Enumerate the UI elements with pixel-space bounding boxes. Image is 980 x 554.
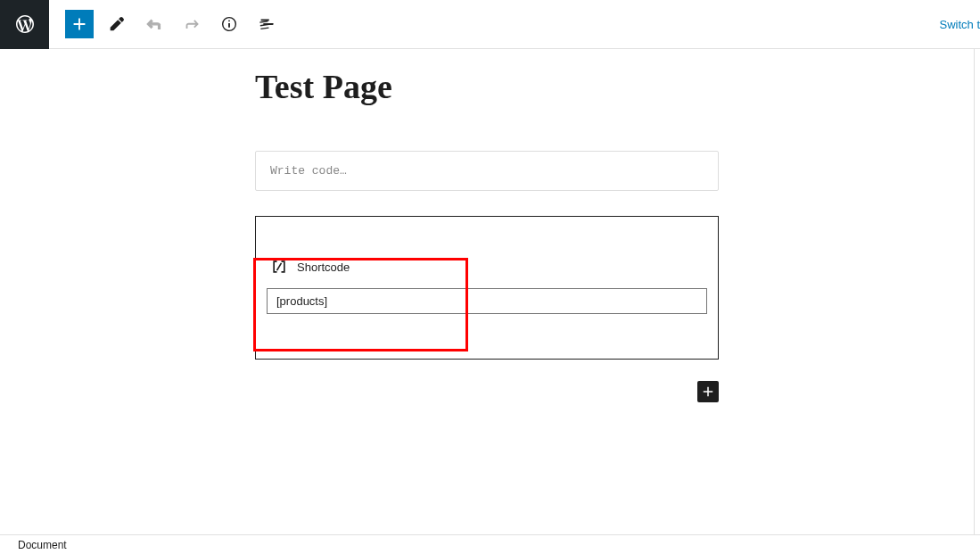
toolbar-button-group bbox=[65, 10, 281, 38]
list-icon bbox=[257, 14, 276, 34]
plus-icon bbox=[70, 14, 89, 34]
pencil-icon bbox=[107, 14, 127, 34]
info-button[interactable] bbox=[215, 10, 243, 38]
svg-rect-4 bbox=[263, 23, 273, 25]
code-block[interactable]: Write code… bbox=[255, 151, 719, 191]
undo-icon bbox=[144, 14, 164, 34]
undo-button bbox=[140, 10, 169, 38]
top-toolbar: Switch t bbox=[0, 0, 980, 49]
content-column: Test Page Write code… Shortcode bbox=[255, 67, 719, 402]
outline-button[interactable] bbox=[252, 10, 281, 38]
shortcode-icon bbox=[270, 258, 288, 276]
plus-icon bbox=[700, 384, 716, 400]
page-title[interactable]: Test Page bbox=[255, 67, 719, 106]
redo-icon bbox=[182, 14, 202, 34]
add-block-button[interactable] bbox=[65, 10, 94, 38]
shortcode-input[interactable] bbox=[267, 288, 707, 314]
svg-rect-3 bbox=[261, 20, 269, 21]
wordpress-logo[interactable] bbox=[0, 0, 49, 49]
breadcrumb-document: Document bbox=[18, 539, 67, 551]
wordpress-icon bbox=[14, 13, 36, 35]
switch-link[interactable]: Switch t bbox=[939, 18, 980, 31]
shortcode-label: Shortcode bbox=[297, 260, 350, 274]
footer-breadcrumb[interactable]: Document bbox=[0, 534, 980, 554]
block-inserter-button[interactable] bbox=[697, 381, 719, 402]
shortcode-header: Shortcode bbox=[267, 258, 707, 276]
edit-mode-button[interactable] bbox=[103, 10, 131, 38]
editor-area: Test Page Write code… Shortcode bbox=[0, 49, 974, 402]
info-icon bbox=[219, 14, 239, 34]
svg-line-6 bbox=[277, 263, 282, 270]
svg-point-2 bbox=[228, 20, 230, 21]
shortcode-block[interactable]: Shortcode bbox=[255, 216, 719, 360]
editor-canvas: Test Page Write code… Shortcode bbox=[0, 49, 975, 534]
redo-button bbox=[177, 10, 206, 38]
